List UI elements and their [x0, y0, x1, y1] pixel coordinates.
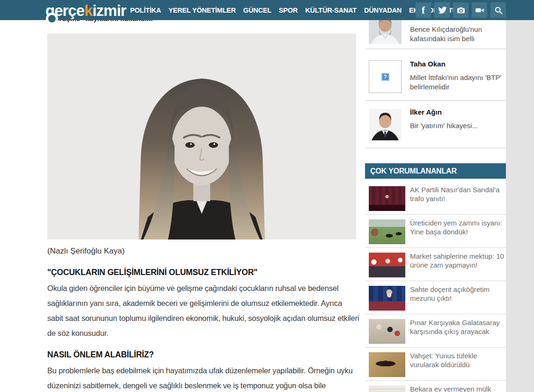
- item-4-thumbnail: [369, 286, 405, 311]
- list-divider: [365, 380, 506, 381]
- nav-item-spor[interactable]: SPOR: [279, 7, 298, 14]
- nav-item-politika[interactable]: POLİTİKA: [130, 7, 161, 14]
- twitter-button[interactable]: [434, 2, 450, 18]
- article-paragraph-2: Bu problemlerle baş edebilmek için hayat…: [47, 363, 360, 392]
- facebook-icon: f: [422, 5, 425, 15]
- item-4-title: Sahte doçent açıköğretim mezunu çıktı!: [410, 285, 506, 305]
- twitter-icon: [438, 6, 447, 15]
- item-3-title: Market sahiplerine mektup: 10 ürüne zam …: [410, 252, 506, 271]
- article-subheading-2: NASIL ÖNLEM ALABİLİRİZ?: [47, 350, 154, 360]
- item-5-thumbnail: [369, 319, 405, 344]
- item-2-thumbnail: [369, 219, 405, 244]
- most-commented-item-3[interactable]: Market sahiplerine mektup: 10 ürüne zam …: [365, 252, 506, 281]
- columnist-3-photo: [369, 109, 402, 140]
- site-header: gerçekizmir POLİTİKA YEREL YÖNETİMLER GÜ…: [0, 0, 534, 20]
- list-divider: [365, 347, 506, 348]
- most-commented-item-1[interactable]: AK Partili Nasır'dan Sandal'a trafo yanı…: [365, 185, 506, 214]
- most-commented-item-5[interactable]: Pınar Karşıyaka Galatasaray karşısında ç…: [365, 318, 506, 347]
- list-divider: [365, 214, 506, 215]
- item-2-title: Üreticiden yem zammı isyanı: Yine başa d…: [410, 218, 506, 238]
- item-5-title: Pınar Karşıyaka Galatasaray karşısında ç…: [410, 318, 506, 338]
- nav-item-guncel[interactable]: GÜNCEL: [243, 7, 271, 14]
- item-6-thumbnail: [369, 352, 405, 377]
- most-commented-item-2[interactable]: Üreticiden yem zammı isyanı: Yine başa d…: [365, 218, 506, 247]
- camera-icon: [456, 6, 466, 15]
- most-commented-item-4[interactable]: Sahte doçent açıköğretim mezunu çıktı!: [365, 285, 506, 314]
- most-commented-item-6[interactable]: Vahşet: Yunus tüfekle vurularak öldürüld…: [365, 351, 506, 380]
- item-6-title: Vahşet: Yunus tüfekle vurularak öldürüld…: [410, 351, 506, 371]
- columnist-2-name: Taha Okan: [410, 60, 446, 68]
- logo-part2: izmir: [92, 2, 126, 19]
- article-paragraph-1: Okula giden öğrenciler için büyüme ve ge…: [47, 281, 360, 341]
- logo-accent-k: k: [84, 2, 92, 19]
- search-button[interactable]: [490, 2, 506, 18]
- sidebar-divider: [365, 49, 506, 49]
- columnist-item-3[interactable]: İlker Ağın Bir 'yatırım' hikayesi...: [365, 108, 506, 148]
- columnist-2-photo-broken: ?: [369, 60, 402, 93]
- sidebar-divider: [365, 100, 506, 101]
- facebook-button[interactable]: f: [416, 2, 431, 18]
- search-icon: [494, 6, 503, 15]
- list-divider: [365, 314, 506, 314]
- video-camera-icon: [475, 6, 484, 15]
- columnist-2-title: Millet İttifakı'nın adayını 'BTP' belirl…: [410, 73, 506, 92]
- item-3-thumbnail: [369, 253, 405, 277]
- sidebar-divider: [365, 148, 506, 148]
- photo-caption: (Nazlı Şerifoğlu Kaya): [47, 247, 124, 256]
- nav-item-yerel-yonetimler[interactable]: YEREL YÖNETİMLER: [168, 7, 236, 14]
- most-commented-header: ÇOK YORUMLANANLAR: [365, 163, 506, 179]
- list-divider: [365, 281, 506, 281]
- logo-g-ring-decoration: [46, 13, 58, 25]
- columnist-1-title: Bence Kılıçdaroğlu'nun kafasındaki isim …: [410, 25, 506, 44]
- portrait-photo-illustration: [47, 34, 356, 240]
- article-photo: [47, 34, 356, 240]
- video-button[interactable]: [472, 2, 487, 18]
- list-divider: [365, 247, 506, 248]
- item-1-title: AK Partili Nasır'dan Sandal'a trafo yanı…: [410, 185, 506, 205]
- social-buttons: f: [416, 2, 506, 18]
- item-7-thumbnail: [369, 385, 405, 392]
- gallery-button[interactable]: [453, 2, 468, 18]
- item-1-thumbnail: [369, 186, 405, 211]
- most-commented-item-7[interactable]: Bekara ev vermeyen mülk: [365, 385, 506, 392]
- broken-image-icon: ?: [381, 73, 389, 81]
- article-subheading-1: "ÇOCUKLARIN GELİŞİMLERİNİ OLUMSUZ ETKİLİ…: [47, 268, 257, 277]
- columnist-3-name: İlker Ağın: [410, 108, 442, 116]
- columnist-3-title: Bir 'yatırım' hikayesi...: [410, 121, 506, 131]
- item-7-title: Bekara ev vermeyen mülk: [410, 385, 506, 392]
- nav-item-kultur-sanat[interactable]: KÜLTÜR-SANAT: [305, 7, 357, 14]
- columnist-item-2[interactable]: ? Taha Okan Millet İttifakı'nın adayını …: [365, 60, 506, 100]
- nav-item-dunyadan[interactable]: DÜNYADAN: [364, 7, 402, 14]
